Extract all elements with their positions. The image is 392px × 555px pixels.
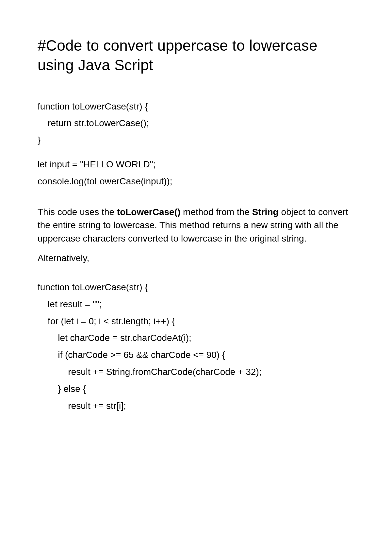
blank-line xyxy=(38,272,354,279)
code-line: let input = "HELLO WORLD"; xyxy=(38,156,354,173)
code-line: let result = ""; xyxy=(38,296,354,313)
code-line: result += str[i]; xyxy=(38,397,354,414)
code-line: } else { xyxy=(38,380,354,397)
document-title: #Code to convert uppercase to lowercase … xyxy=(38,36,354,75)
code-line: for (let i = 0; i < str.length; i++) { xyxy=(38,313,354,330)
code-block-2: function toLowerCase(str) { let result =… xyxy=(38,279,354,414)
text-span: method from the xyxy=(180,207,252,217)
code-line: console.log(toLowerCase(input)); xyxy=(38,173,354,190)
bold-object-name: String xyxy=(252,207,279,217)
code-line: result += String.fromCharCode(charCode +… xyxy=(38,363,354,380)
text-span: This code uses the xyxy=(38,207,117,217)
code-line: if (charCode >= 65 && charCode <= 90) { xyxy=(38,346,354,363)
bold-method-name: toLowerCase() xyxy=(117,207,180,217)
code-block-1: function toLowerCase(str) { return str.t… xyxy=(38,98,354,190)
alternatively-paragraph: Alternatively, xyxy=(38,252,354,265)
code-line: function toLowerCase(str) { xyxy=(38,279,354,296)
code-line: function toLowerCase(str) { xyxy=(38,98,354,115)
explanation-paragraph: This code uses the toLowerCase() method … xyxy=(38,206,354,245)
code-line: } xyxy=(38,132,354,149)
code-line: let charCode = str.charCodeAt(i); xyxy=(38,329,354,346)
blank-line xyxy=(38,149,354,156)
code-line: return str.toLowerCase(); xyxy=(38,115,354,132)
